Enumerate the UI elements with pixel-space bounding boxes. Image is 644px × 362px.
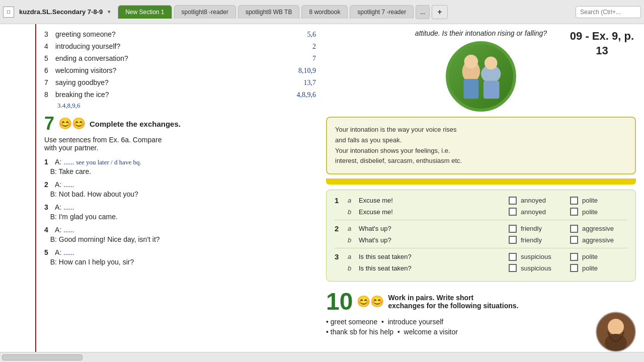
list-item: 8 breaking the ice? 4,8,9,6 — [44, 89, 316, 100]
left-panel: 3 greeting someone? 5,6 4 introducing yo… — [44, 29, 316, 357]
scroll-thumb[interactable] — [2, 354, 83, 360]
checkbox[interactable] — [570, 197, 578, 205]
list-text: breaking the ice? — [55, 89, 294, 100]
table-row: 3 a Is this seat taken? suspicious polit… — [335, 252, 627, 261]
handwriting: 8,10,9 — [298, 65, 316, 76]
ex7-title: Complete the exchanges. — [90, 120, 181, 128]
info-box: Your intonation is the way your voice ri… — [326, 117, 636, 174]
exercise-table: 1 a Excuse me! annoyed polite b Excuse m… — [326, 190, 636, 282]
right-panel: attitude. Is their intonation rising or … — [326, 29, 636, 357]
handwriting: 4,8,9,6 — [297, 89, 316, 100]
exercise-7: 7 😊😊 Complete the exchanges. Use sentenc… — [44, 115, 316, 266]
bullet-list: • greet someone • introduce yourself • t… — [326, 318, 636, 336]
exchange-line: 1 A: ...... see you later / d have bq. — [44, 158, 316, 166]
page-reference: 09 - Ex. 9, p. 13 — [570, 29, 634, 58]
table-row: b Excuse me! annoyed polite — [335, 208, 627, 216]
ex7-instruction: Use sentences from Ex. 6a. Compare with … — [44, 136, 316, 152]
bullet-row: • thank sb for his help • welcome a visi… — [326, 328, 636, 336]
exchange-3: 3 A: ...... B: I'm glad you came. — [44, 203, 316, 221]
list-num: 8 — [44, 89, 55, 100]
list-num: 7 — [44, 77, 55, 88]
checkbox[interactable] — [570, 236, 578, 244]
content-area: 3 greeting someone? 5,6 4 introducing yo… — [36, 24, 644, 362]
ex10-emoji: 😊😊 — [357, 295, 384, 308]
dropdown-arrow[interactable]: ▾ — [108, 9, 111, 15]
yellow-accent — [326, 178, 636, 185]
list-item: 4 introducing yourself? 2 — [44, 41, 316, 52]
scrollbar-area — [0, 352, 644, 362]
checkbox[interactable] — [570, 264, 578, 272]
list-item: 5 ending a conversation? 7 — [44, 53, 316, 64]
tab-8-wordbook[interactable]: 8 wordbook — [301, 5, 348, 19]
tab-spotlight8-reader[interactable]: spotlight8 -reader — [174, 5, 236, 19]
window-icon: □ — [3, 7, 14, 18]
list-text: saying goodbye? — [55, 77, 301, 88]
exchange-1: 1 A: ...... see you later / d have bq. B… — [44, 158, 316, 175]
exchange-4: 4 A: ...... B: Good morning! Nice day, i… — [44, 226, 316, 243]
search-input[interactable] — [576, 6, 641, 18]
exchange-5: 5 A: ...... B: How can I help you, sir? — [44, 248, 316, 266]
checkbox[interactable] — [570, 225, 578, 233]
handwriting: 7 — [312, 53, 316, 64]
handwriting: 13,7 — [304, 77, 316, 88]
list-item: 3 greeting someone? 5,6 — [44, 29, 316, 40]
avatar — [596, 312, 636, 352]
list-text: greeting someone? — [55, 29, 304, 40]
list-text: introducing yourself? — [55, 41, 309, 52]
exercise-10: 10 😊😊 Work in pairs. Write short exchang… — [326, 290, 636, 336]
app-title: kuzdra.SL.Secondary 7-8-9 — [16, 8, 106, 16]
list-item: 7 saying goodbye? 13,7 — [44, 77, 316, 88]
handwriting: 2 — [312, 41, 316, 52]
topbar: □ kuzdra.SL.Secondary 7-8-9 ▾ New Sectio… — [0, 0, 644, 24]
svg-point-1 — [464, 55, 478, 69]
checkbox[interactable] — [570, 208, 578, 216]
ex10-number: 10 — [326, 290, 353, 314]
list-num: 3 — [44, 29, 55, 40]
ex7-header: 7 😊😊 Complete the exchanges. — [44, 115, 316, 133]
handwriting-extra: 3.4,8,9,6 — [57, 102, 316, 110]
main-content: 3 greeting someone? 5,6 4 introducing yo… — [0, 24, 644, 362]
table-row: 2 a What's up? friendly aggressive — [335, 224, 627, 233]
checkbox[interactable] — [509, 253, 517, 261]
ex7-emoji: 😊😊 — [58, 117, 86, 130]
circle-image — [446, 41, 516, 112]
table-row: b What's up? friendly aggressive — [335, 236, 627, 244]
checkbox[interactable] — [509, 264, 517, 272]
ex10-title2: exchanges for the following situations. — [388, 302, 518, 310]
handwriting: 5,6 — [307, 29, 316, 40]
checkbox[interactable] — [509, 208, 517, 216]
list-num: 4 — [44, 41, 55, 52]
svg-rect-5 — [484, 81, 500, 99]
list-text: ending a conversation? — [55, 53, 309, 64]
tab-spotlight8-wb-tb[interactable]: spotlight8 WB TB — [238, 5, 299, 19]
ex10-header: 10 😊😊 Work in pairs. Write short exchang… — [326, 290, 636, 314]
ex10-title: Work in pairs. Write short — [388, 294, 518, 302]
list-text: welcoming visitors? — [55, 65, 295, 76]
bullet-row: • greet someone • introduce yourself — [326, 318, 636, 326]
checkbox[interactable] — [570, 253, 578, 261]
checkbox[interactable] — [509, 225, 517, 233]
table-row: b Is this seat taken? suspicious polite — [335, 264, 627, 272]
tab-new-section[interactable]: New Section 1 — [118, 5, 172, 19]
exchange-2: 2 A: ...... B: Not bad. How about you? — [44, 180, 316, 198]
svg-point-7 — [608, 319, 624, 335]
divider — [335, 248, 627, 248]
tab-more[interactable]: ... — [416, 5, 430, 19]
left-sidebar — [0, 24, 36, 362]
table-row: 1 a Excuse me! annoyed polite — [335, 196, 627, 205]
list-num: 6 — [44, 65, 55, 76]
list-section: 3 greeting someone? 5,6 4 introducing yo… — [44, 29, 316, 110]
checkbox[interactable] — [509, 236, 517, 244]
exchange-line: B: Take care. — [44, 167, 316, 175]
list-num: 5 — [44, 53, 55, 64]
svg-rect-4 — [464, 79, 479, 99]
divider — [335, 220, 627, 220]
ex7-number: 7 — [44, 115, 54, 133]
tab-add[interactable]: + — [432, 5, 447, 19]
tab-spotlight7-reader[interactable]: spotlight 7 -reader — [350, 5, 414, 19]
svg-point-3 — [485, 57, 498, 70]
list-item: 6 welcoming visitors? 8,10,9 — [44, 65, 316, 76]
checkbox[interactable] — [509, 197, 517, 205]
